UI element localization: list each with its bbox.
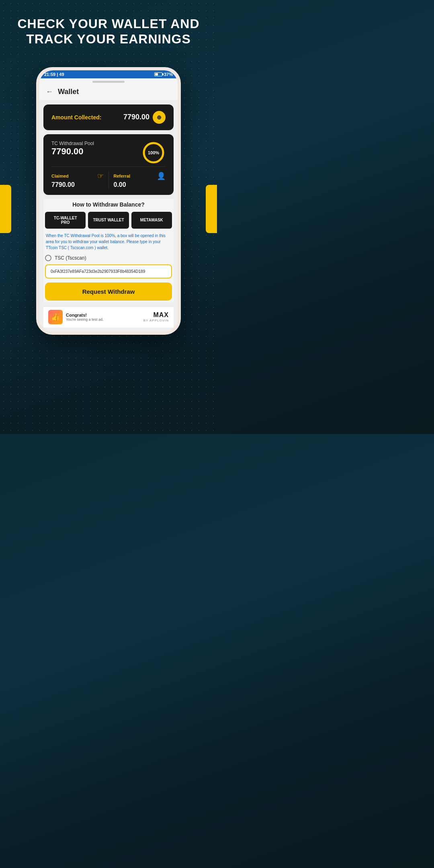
max-label: MAX [143,311,169,319]
radio-tsc[interactable] [45,255,51,261]
pool-value: 7790.00 [51,146,94,157]
wallet-buttons-row: TC-WALLET PRO TRUST WALLET METAMASK [45,212,172,229]
claimed-icon: ☞ [97,172,104,180]
app-content: Amount Collected: 7790.00 ⊕ TC Withdrawa… [39,100,178,332]
coin-icon: ⊕ [153,111,166,124]
radio-tsc-label: TSC (Tscscan) [55,255,86,261]
ad-sub-text: You're seeing a test ad. [66,317,103,321]
pool-card: TC Withdrawal Pool 7790.00 100% [43,134,174,195]
ad-thumb-icon: 👍 [48,310,63,324]
circle-progress: 100% [141,141,166,165]
amount-collected-value: 7790.00 [123,113,149,121]
side-tab-right [206,185,217,233]
wallet-address-input[interactable]: 0xFA3f237e89AFa723d3e2b2907933F8b48354D1… [45,264,172,278]
trust-wallet-button[interactable]: TRUST WALLET [88,212,129,229]
side-tab-left [0,185,11,233]
ad-congrats-text: Congrats! [66,313,103,317]
battery-icon [154,72,162,76]
amount-collected-label: Amount Collected: [51,114,101,121]
tc-wallet-pro-button[interactable]: TC-WALLET PRO [45,212,86,229]
info-text: When the TC Withdrawal Pool is 100%, a b… [45,233,172,251]
pool-percent-text: 100% [148,150,159,155]
claimed-value: 7790.00 [51,181,104,188]
referral-label: Referral [114,174,131,178]
pool-divider [51,166,166,167]
max-by-applovin: BY APPLOVIN [143,319,169,322]
status-bar: 21:59 | 49 37% [39,70,178,78]
how-to-title: How to Withdraw Balance? [45,201,172,208]
battery-percent: 37% [164,72,173,77]
ad-text-block: Congrats! You're seeing a test ad. [66,313,103,321]
pool-label: TC Withdrawal Pool [51,141,94,146]
request-withdraw-button[interactable]: Request Withdraw [45,283,172,301]
phone-screen: 21:59 | 49 37% ← Wallet [39,70,178,332]
back-button[interactable]: ← [46,88,53,96]
amount-value-row: 7790.00 ⊕ [123,111,166,124]
ad-left: 👍 Congrats! You're seeing a test ad. [48,310,103,324]
claimed-label: Claimed [51,174,69,178]
hero-heading: CHECK YOUR WALLET AND TRACK YOUR EARNING… [6,16,212,47]
metamask-button[interactable]: METAMASK [131,212,172,229]
ad-banner: 👍 Congrats! You're seeing a test ad. MAX… [43,306,174,328]
referral-stat: Referral 👤 0.00 [109,172,166,188]
notch-bar [39,78,178,84]
max-logo: MAX BY APPLOVIN [143,311,169,322]
app-header: ← Wallet [39,84,178,100]
referral-value: 0.00 [114,181,166,188]
claimed-stat: Claimed ☞ 7790.00 [51,172,109,188]
page-title: Wallet [58,88,79,96]
amount-collected-card: Amount Collected: 7790.00 ⊕ [43,104,174,130]
status-time: 21:59 | 49 [44,72,64,77]
pool-top: TC Withdrawal Pool 7790.00 100% [51,141,166,165]
pool-bottom: Claimed ☞ 7790.00 Referral 👤 0.00 [51,172,166,188]
how-to-withdraw-section: How to Withdraw Balance? TC-WALLET PRO T… [43,199,174,302]
notch-pill [92,81,125,83]
phone-mockup: 21:59 | 49 37% ← Wallet [36,67,181,335]
radio-row: TSC (Tscscan) [45,255,172,261]
referral-icon: 👤 [157,172,166,180]
